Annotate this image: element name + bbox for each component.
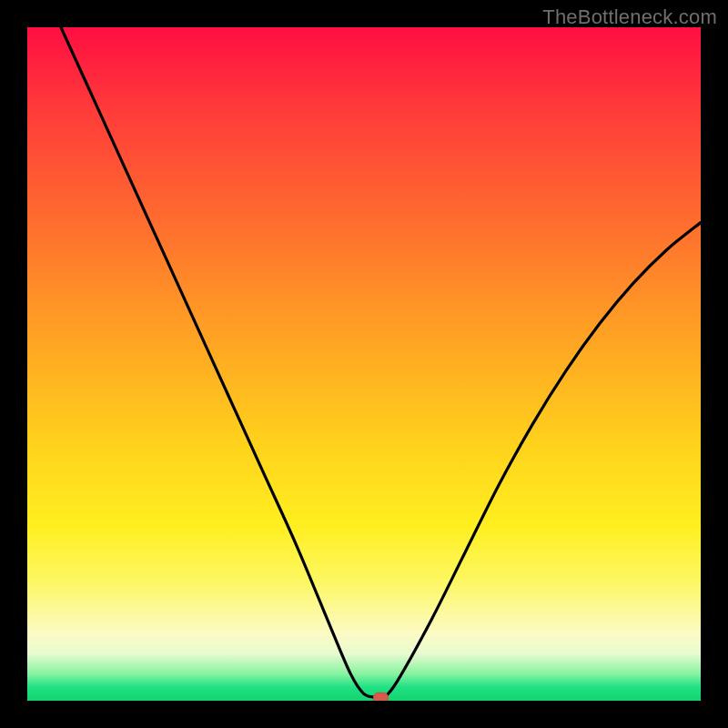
bottleneck-curve-line (61, 27, 701, 699)
chart-svg (27, 27, 701, 701)
outer-black-frame: TheBottleneck.com (0, 0, 728, 728)
watermark-text: TheBottleneck.com (542, 5, 717, 29)
plot-area (27, 27, 701, 701)
minimum-marker-dot (374, 693, 389, 701)
